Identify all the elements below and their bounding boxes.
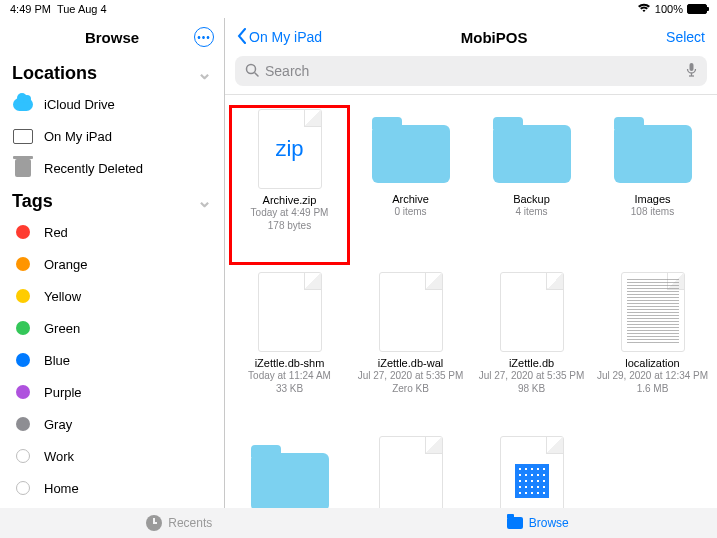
- tags-header[interactable]: Tags ⌄: [0, 184, 224, 216]
- divider: [225, 94, 717, 95]
- folder-icon: [493, 125, 571, 183]
- status-time: 4:49 PM: [10, 3, 51, 15]
- file-name: Backup: [513, 193, 550, 205]
- file-item[interactable]: localizationJul 29, 2020 at 12:34 PM1.6 …: [592, 269, 713, 429]
- file-icon: [500, 272, 564, 352]
- search-bar[interactable]: [235, 56, 707, 86]
- status-date: Tue Aug 4: [57, 3, 107, 15]
- battery-percent: 100%: [655, 3, 683, 15]
- svg-point-0: [247, 64, 256, 73]
- svg-line-1: [255, 73, 258, 76]
- bottom-tab-bar: Recents Browse: [0, 508, 717, 538]
- file-item[interactable]: iZettle.db-walJul 27, 2020 at 5:35 PMZer…: [350, 269, 471, 429]
- tag-empty-circle: [16, 481, 30, 495]
- sidebar-tag-item[interactable]: Purple: [0, 376, 224, 408]
- file-item[interactable]: Archive0 items: [350, 105, 471, 265]
- grid-file-icon: [500, 436, 564, 508]
- sidebar-tag-item[interactable]: Orange: [0, 248, 224, 280]
- sidebar-tag-item[interactable]: Work: [0, 440, 224, 472]
- sidebar-item-label: Green: [44, 321, 212, 336]
- more-options-button[interactable]: •••: [194, 27, 214, 47]
- sidebar-item-label: iCloud Drive: [44, 97, 212, 112]
- folder-icon: [507, 517, 523, 529]
- sidebar-tag-item[interactable]: Gray: [0, 408, 224, 440]
- sidebar-tag-item[interactable]: Home: [0, 472, 224, 504]
- file-item[interactable]: zipArchive.zipToday at 4:49 PM178 bytes: [229, 105, 350, 265]
- battery-icon: [687, 4, 707, 14]
- search-icon: [245, 63, 259, 80]
- sidebar-item-label: Gray: [44, 417, 212, 432]
- tag-color-dot: [16, 321, 30, 335]
- folder-icon: [614, 125, 692, 183]
- sidebar-item-label: On My iPad: [44, 129, 212, 144]
- sidebar-tag-item[interactable]: Yellow: [0, 280, 224, 312]
- folder-icon: [251, 453, 329, 508]
- file-item[interactable]: [471, 433, 592, 508]
- tag-color-dot: [16, 385, 30, 399]
- file-item[interactable]: [229, 433, 350, 508]
- tag-color-dot: [16, 257, 30, 271]
- file-meta: 108 items: [631, 205, 674, 218]
- search-input[interactable]: [265, 63, 680, 79]
- sidebar-item-icloud[interactable]: iCloud Drive: [0, 88, 224, 120]
- file-item[interactable]: Images108 items: [592, 105, 713, 265]
- tag-empty-circle: [16, 449, 30, 463]
- text-file-icon: [621, 272, 685, 352]
- file-name: iZettle.db-wal: [378, 357, 443, 369]
- sidebar-item-label: Orange: [44, 257, 212, 272]
- file-name: localization: [625, 357, 679, 369]
- file-meta: 33 KB: [276, 382, 303, 395]
- sidebar-tag-item[interactable]: Red: [0, 216, 224, 248]
- svg-rect-2: [690, 63, 694, 71]
- sidebar-item-label: Work: [44, 449, 212, 464]
- file-meta: Today at 11:24 AM: [248, 369, 331, 382]
- sidebar-item-label: Red: [44, 225, 212, 240]
- sidebar-title: Browse: [85, 29, 139, 46]
- file-item[interactable]: [350, 433, 471, 508]
- sidebar-tag-item[interactable]: Green: [0, 312, 224, 344]
- tag-color-dot: [16, 225, 30, 239]
- sidebar-item-ipad[interactable]: On My iPad: [0, 120, 224, 152]
- chevron-down-icon: ⌄: [197, 62, 212, 84]
- chevron-left-icon: [237, 28, 247, 47]
- tag-color-dot: [16, 289, 30, 303]
- file-name: Archive.zip: [263, 194, 317, 206]
- folder-icon: [372, 125, 450, 183]
- tab-recents[interactable]: Recents: [0, 508, 359, 538]
- sidebar-tag-item[interactable]: Blue: [0, 344, 224, 376]
- file-name: Images: [634, 193, 670, 205]
- file-meta: 98 KB: [518, 382, 545, 395]
- file-meta: 1.6 MB: [637, 382, 669, 395]
- tab-browse[interactable]: Browse: [359, 508, 718, 538]
- file-icon: [379, 436, 443, 508]
- file-item[interactable]: Backup4 items: [471, 105, 592, 265]
- chevron-down-icon: ⌄: [197, 190, 212, 212]
- microphone-icon[interactable]: [686, 62, 697, 81]
- file-meta: Jul 27, 2020 at 5:35 PM: [358, 369, 464, 382]
- cloud-icon: [13, 98, 33, 111]
- trash-icon: [15, 159, 31, 177]
- status-bar: 4:49 PM Tue Aug 4 100%: [0, 0, 717, 18]
- tag-color-dot: [16, 417, 30, 431]
- sidebar-item-label: Blue: [44, 353, 212, 368]
- file-meta: Today at 4:49 PM: [251, 206, 329, 219]
- file-grid: zipArchive.zipToday at 4:49 PM178 bytesA…: [225, 103, 717, 508]
- sidebar-item-recently-deleted[interactable]: Recently Deleted: [0, 152, 224, 184]
- file-meta: Jul 29, 2020 at 12:34 PM: [597, 369, 708, 382]
- file-name: iZettle.db: [509, 357, 554, 369]
- locations-header[interactable]: Locations ⌄: [0, 56, 224, 88]
- file-item[interactable]: iZettle.db-shmToday at 11:24 AM33 KB: [229, 269, 350, 429]
- file-name: Archive: [392, 193, 429, 205]
- tag-color-dot: [16, 353, 30, 367]
- file-icon: [379, 272, 443, 352]
- page-title: MobiPOS: [461, 29, 528, 46]
- file-name: iZettle.db-shm: [255, 357, 325, 369]
- file-meta: 0 items: [394, 205, 426, 218]
- back-button[interactable]: On My iPad: [237, 28, 322, 47]
- sidebar-item-label: Purple: [44, 385, 212, 400]
- select-button[interactable]: Select: [666, 29, 705, 45]
- ipad-icon: [13, 129, 33, 144]
- file-meta: Jul 27, 2020 at 5:35 PM: [479, 369, 585, 382]
- file-meta: 178 bytes: [268, 219, 311, 232]
- file-item[interactable]: iZettle.dbJul 27, 2020 at 5:35 PM98 KB: [471, 269, 592, 429]
